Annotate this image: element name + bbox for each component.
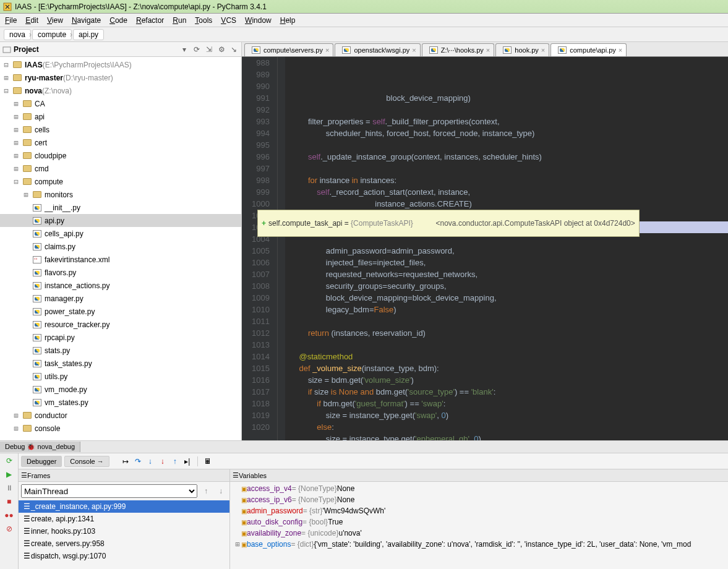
- expand-icon[interactable]: ⊞: [12, 424, 20, 433]
- frame-row[interactable]: ☰create, api.py:1341: [19, 513, 229, 525]
- expand-icon[interactable]: ⊞: [12, 139, 20, 147]
- frame-row[interactable]: ☰_create_instance, api.py:999: [19, 500, 229, 513]
- tree-item[interactable]: ⊞monitors: [0, 188, 241, 201]
- close-icon[interactable]: ×: [486, 46, 490, 54]
- evaluate-icon[interactable]: 🖩: [203, 456, 213, 466]
- frame-row[interactable]: ☰inner, hooks.py:103: [19, 525, 229, 537]
- menu-code[interactable]: Code: [109, 16, 127, 25]
- mute-breakpoints-icon[interactable]: ⊘: [4, 524, 14, 534]
- tree-item[interactable]: ⊟compute: [0, 175, 241, 188]
- tree-item[interactable]: __init__.py: [0, 201, 241, 214]
- tree-item[interactable]: vm_mode.py: [0, 383, 241, 396]
- step-over-icon[interactable]: ↷: [133, 456, 143, 466]
- menu-run[interactable]: Run: [173, 16, 186, 25]
- crumb-2[interactable]: api.py: [73, 29, 104, 40]
- tree-item[interactable]: claims.py: [0, 240, 241, 253]
- menu-navigate[interactable]: Navigate: [72, 16, 101, 25]
- code-editor[interactable]: 9889899909919929939949959969979989991000…: [242, 57, 728, 440]
- scope-dropdown-icon[interactable]: ▾: [179, 45, 189, 54]
- tree-item[interactable]: cells_api.py: [0, 227, 241, 240]
- frame-row[interactable]: ☰create, servers.py:958: [19, 537, 229, 550]
- step-out-icon[interactable]: ↑: [170, 456, 180, 466]
- tree-item[interactable]: rpcapi.py: [0, 331, 241, 344]
- close-icon[interactable]: ×: [412, 46, 416, 54]
- thread-selector[interactable]: MainThread: [21, 484, 197, 498]
- debugger-tab[interactable]: Debugger: [21, 456, 62, 467]
- hide-icon[interactable]: ↘: [229, 45, 239, 54]
- tree-item[interactable]: ⊞conductor: [0, 409, 241, 422]
- force-step-into-icon[interactable]: ↓: [158, 456, 168, 466]
- expand-icon[interactable]: ⊞: [12, 113, 20, 121]
- expand-icon[interactable]: ⊟: [12, 178, 20, 186]
- tree-item[interactable]: ⊞cells: [0, 123, 241, 136]
- collapse-icon[interactable]: ⇲: [204, 45, 214, 54]
- variable-row[interactable]: ▣ availability_zone = {unicode} u'nova': [231, 528, 727, 539]
- editor-tab[interactable]: hook.py×: [495, 43, 549, 56]
- show-execution-point-icon[interactable]: ↦: [121, 456, 131, 466]
- expand-icon[interactable]: ⊟: [2, 61, 10, 69]
- close-icon[interactable]: ×: [619, 46, 622, 54]
- tree-item[interactable]: flavors.py: [0, 266, 241, 279]
- menu-tools[interactable]: Tools: [195, 16, 212, 25]
- close-icon[interactable]: ×: [541, 46, 545, 54]
- variable-row[interactable]: ▣ admin_password = {str} 'Wmc94dwSQvWh': [231, 505, 727, 516]
- variable-row[interactable]: ⊞ ▣ base_options = {dict} {'vm_state': '…: [231, 539, 727, 550]
- stop-icon[interactable]: ■: [4, 497, 14, 507]
- expand-icon[interactable]: ⊟: [2, 87, 10, 95]
- tree-item[interactable]: api.py: [0, 214, 241, 227]
- console-tab[interactable]: Console →: [64, 456, 109, 467]
- tree-item[interactable]: manager.py: [0, 292, 241, 305]
- frame-row[interactable]: ☰dispatch, wsgi.py:1070: [19, 550, 229, 562]
- rerun-icon[interactable]: ⟳: [4, 456, 14, 466]
- expand-icon[interactable]: ⊞: [12, 126, 20, 134]
- editor-tab[interactable]: compute\api.py×: [550, 43, 627, 56]
- tree-item[interactable]: power_state.py: [0, 305, 241, 318]
- tree-item[interactable]: ⊞cmd: [0, 162, 241, 175]
- tree-item[interactable]: ⊟nova (Z:\nova): [0, 84, 241, 97]
- tree-item[interactable]: instance_actions.py: [0, 279, 241, 292]
- tree-item[interactable]: fakevirtinstance.xml: [0, 253, 241, 266]
- expand-icon[interactable]: ⊞: [12, 152, 20, 160]
- expand-icon[interactable]: ⊞: [12, 165, 20, 173]
- variable-row[interactable]: ▣ auto_disk_config = {bool} True: [231, 516, 727, 528]
- tree-item[interactable]: ⊞cloudpipe: [0, 149, 241, 162]
- autoscroll-icon[interactable]: ⟳: [192, 45, 202, 54]
- resume-icon[interactable]: ▶: [4, 469, 14, 479]
- tree-item[interactable]: ⊞api: [0, 110, 241, 123]
- settings-icon[interactable]: ⚙: [216, 45, 226, 54]
- crumb-0[interactable]: nova: [4, 29, 31, 40]
- tree-item[interactable]: ⊟IAAS (E:\PycharmProjects\IAAS): [0, 58, 241, 71]
- variable-row[interactable]: ▣ access_ip_v6 = {NoneType} None: [231, 494, 727, 505]
- editor-tab[interactable]: openstack\wsgi.py×: [335, 43, 420, 56]
- tree-item[interactable]: stats.py: [0, 344, 241, 357]
- frame-down-icon[interactable]: ↓: [215, 485, 227, 497]
- crumb-1[interactable]: compute: [32, 29, 72, 40]
- tree-item[interactable]: ⊞console: [0, 422, 241, 435]
- tree-item[interactable]: resource_tracker.py: [0, 318, 241, 331]
- expand-icon[interactable]: ⊞: [12, 411, 20, 420]
- project-tree[interactable]: ⊟IAAS (E:\PycharmProjects\IAAS)⊞ryu-mast…: [0, 57, 241, 440]
- frame-list[interactable]: ☰_create_instance, api.py:999☰create, ap…: [19, 500, 229, 569]
- menu-file[interactable]: File: [5, 16, 17, 25]
- tree-item[interactable]: ⊞CA: [0, 97, 241, 110]
- view-breakpoints-icon[interactable]: ●●: [4, 510, 14, 520]
- expand-icon[interactable]: ⊞: [12, 100, 20, 108]
- code-area[interactable]: + self.compute_task_api = {ComputeTaskAP…: [285, 57, 728, 440]
- expand-icon[interactable]: ⊞: [22, 190, 30, 199]
- tree-item[interactable]: utils.py: [0, 370, 241, 383]
- menu-view[interactable]: View: [47, 16, 63, 25]
- menu-edit[interactable]: Edit: [25, 16, 38, 25]
- frame-up-icon[interactable]: ↑: [200, 485, 212, 497]
- editor-tab[interactable]: Z:\···\hooks.py×: [422, 43, 495, 56]
- tree-item[interactable]: ⊞cert: [0, 136, 241, 149]
- tree-item[interactable]: ⊞ryu-master (D:\ryu-master): [0, 71, 241, 84]
- close-icon[interactable]: ×: [325, 46, 329, 54]
- run-to-cursor-icon[interactable]: ▸|: [182, 456, 192, 466]
- tree-item[interactable]: task_states.py: [0, 357, 241, 370]
- editor-tab[interactable]: compute\servers.py×: [244, 43, 333, 56]
- menu-vcs[interactable]: VCS: [221, 16, 236, 25]
- tree-item[interactable]: vm_states.py: [0, 396, 241, 409]
- step-into-icon[interactable]: ↓: [145, 456, 155, 466]
- menu-window[interactable]: Window: [245, 16, 272, 25]
- menu-refactor[interactable]: Refactor: [136, 16, 164, 25]
